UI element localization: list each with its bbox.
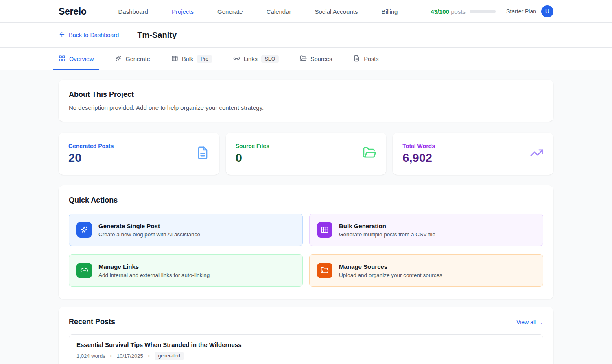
header-right-group: 43/100 posts Starter Plan U xyxy=(431,5,553,17)
post-meta: 1,024 words • 10/17/2025 • generated xyxy=(76,352,536,360)
tab-sources[interactable]: Sources xyxy=(300,48,332,70)
action-manage-sources[interactable]: Manage Sources Upload and organize your … xyxy=(309,254,543,287)
stat-source-files: Source Files 0 xyxy=(226,133,387,175)
main-nav: Dashboard Projects Generate Calendar Soc… xyxy=(118,0,431,23)
layout-grid-icon xyxy=(59,55,66,63)
post-date: 10/17/2025 xyxy=(117,353,143,359)
action-description: Upload and organize your content sources xyxy=(339,272,442,278)
nav-generate[interactable]: Generate xyxy=(217,0,243,23)
about-description: No description provided. Add one to help… xyxy=(69,104,543,111)
nav-calendar[interactable]: Calendar xyxy=(267,0,291,23)
link-icon xyxy=(233,55,240,63)
meta-separator: • xyxy=(110,353,112,358)
tab-bulk[interactable]: Bulk Pro xyxy=(171,48,212,70)
project-tabs-bar: Overview Generate Bulk Pro Links SEO Sou… xyxy=(0,48,612,70)
file-text-icon xyxy=(353,55,360,63)
action-generate-single-post[interactable]: Generate Single Post Create a new blog p… xyxy=(69,214,303,246)
recent-post-item[interactable]: Essential Survival Tips When Stranded in… xyxy=(69,334,543,364)
stat-total-words: Total Words 6,902 xyxy=(393,133,553,175)
nav-billing[interactable]: Billing xyxy=(381,0,398,23)
project-title: Tm-Sanity xyxy=(137,31,177,40)
action-title: Manage Sources xyxy=(339,263,442,270)
view-all-link[interactable]: View all → xyxy=(516,319,543,325)
stat-value: 20 xyxy=(68,151,114,165)
top-navigation-bar: Serelo Dashboard Projects Generate Calen… xyxy=(0,0,612,23)
sparkles-icon xyxy=(115,55,122,63)
quick-actions-title: Quick Actions xyxy=(69,196,543,205)
action-title: Generate Single Post xyxy=(98,222,200,229)
quick-actions-card: Quick Actions Generate Single Post Creat… xyxy=(59,185,553,299)
trending-up-icon xyxy=(530,146,544,161)
plan-label: Starter Plan xyxy=(506,8,536,15)
stat-label: Generated Posts xyxy=(68,143,114,149)
action-manage-links[interactable]: Manage Links Add internal and external l… xyxy=(69,254,303,287)
table-icon xyxy=(317,222,332,238)
divider xyxy=(128,30,128,40)
recent-posts-card: Recent Posts View all → Essential Surviv… xyxy=(59,307,553,364)
stat-generated-posts: Generated Posts 20 xyxy=(59,133,219,175)
sparkles-icon xyxy=(76,222,92,238)
posts-usage-progressbar xyxy=(470,10,496,13)
back-to-dashboard-link[interactable]: Back to Dashboard xyxy=(59,31,119,39)
quick-actions-grid: Generate Single Post Create a new blog p… xyxy=(69,214,543,287)
app-logo[interactable]: Serelo xyxy=(59,6,87,17)
link-icon xyxy=(76,263,92,278)
user-avatar[interactable]: U xyxy=(541,5,553,17)
action-description: Generate multiple posts from a CSV file xyxy=(339,231,435,238)
nav-projects[interactable]: Projects xyxy=(172,0,194,23)
table-icon xyxy=(171,55,178,63)
folder-open-icon xyxy=(363,146,376,161)
tab-links[interactable]: Links SEO xyxy=(233,48,279,70)
action-title: Bulk Generation xyxy=(339,222,435,229)
tab-overview[interactable]: Overview xyxy=(59,48,94,70)
action-bulk-generation[interactable]: Bulk Generation Generate multiple posts … xyxy=(309,214,543,246)
action-title: Manage Links xyxy=(98,263,210,270)
stats-row: Generated Posts 20 Source Files 0 Total … xyxy=(59,133,553,175)
post-word-count: 1,024 words xyxy=(76,353,105,359)
nav-dashboard[interactable]: Dashboard xyxy=(118,0,148,23)
tab-posts[interactable]: Posts xyxy=(353,48,378,70)
about-title: About This Project xyxy=(69,90,543,99)
arrow-left-icon xyxy=(59,31,66,39)
stat-label: Total Words xyxy=(402,143,435,149)
action-description: Create a new blog post with AI assistanc… xyxy=(98,231,200,238)
post-status-badge: generated xyxy=(155,352,184,360)
stat-value: 6,902 xyxy=(402,151,435,165)
project-header: Back to Dashboard Tm-Sanity xyxy=(0,23,612,48)
nav-social-accounts[interactable]: Social Accounts xyxy=(315,0,358,23)
stat-value: 0 xyxy=(236,151,269,165)
action-description: Add internal and external links for auto… xyxy=(98,272,210,278)
folder-open-icon xyxy=(300,55,307,63)
meta-separator: • xyxy=(148,353,150,358)
recent-posts-title: Recent Posts xyxy=(69,318,115,326)
about-project-card: About This Project No description provid… xyxy=(59,80,553,122)
stat-label: Source Files xyxy=(236,143,269,149)
folder-open-icon xyxy=(317,263,332,278)
file-text-icon xyxy=(196,146,210,161)
seo-badge: SEO xyxy=(261,55,279,63)
pro-badge: Pro xyxy=(197,55,212,63)
tab-generate[interactable]: Generate xyxy=(115,48,150,70)
post-title: Essential Survival Tips When Stranded in… xyxy=(76,341,536,348)
posts-usage-label: 43/100 posts xyxy=(431,8,466,15)
main-content: About This Project No description provid… xyxy=(59,70,553,364)
